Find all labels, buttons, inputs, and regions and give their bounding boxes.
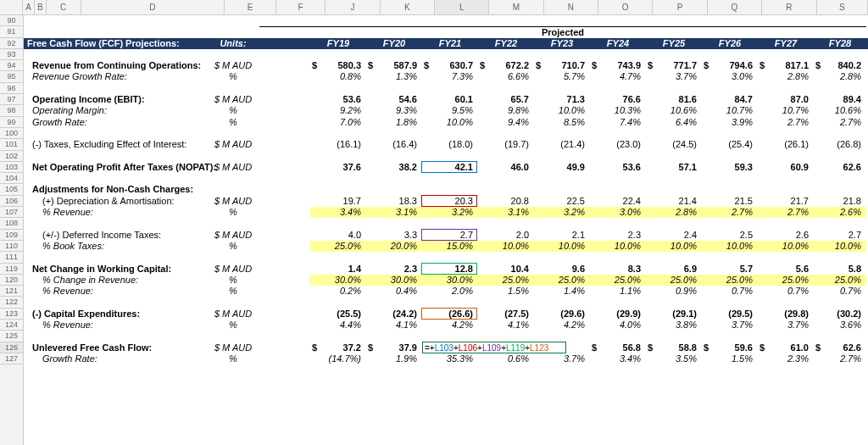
value-cell[interactable] bbox=[478, 184, 534, 195]
cell[interactable] bbox=[814, 151, 866, 162]
value-cell[interactable]: $58.8 bbox=[646, 342, 702, 353]
cell[interactable] bbox=[310, 252, 366, 263]
cell[interactable] bbox=[758, 15, 814, 26]
value-cell[interactable]: 60.1 bbox=[422, 94, 478, 105]
value-cell[interactable]: 2.4 bbox=[646, 230, 702, 241]
cell[interactable] bbox=[259, 207, 310, 218]
cell[interactable] bbox=[702, 49, 758, 60]
value-cell[interactable]: 2.7 bbox=[814, 230, 866, 241]
cell[interactable] bbox=[758, 297, 814, 308]
value-cell[interactable]: $37.9 bbox=[366, 342, 422, 353]
cell[interactable] bbox=[758, 173, 814, 184]
units-cell[interactable]: % bbox=[207, 320, 259, 331]
value-cell[interactable]: 10.0% bbox=[534, 241, 590, 252]
cell[interactable] bbox=[478, 151, 534, 162]
cell[interactable] bbox=[207, 331, 259, 342]
units-cell[interactable]: $ M AUD bbox=[207, 196, 259, 207]
col-header-E[interactable]: E bbox=[225, 0, 275, 14]
row-header-127[interactable]: 127 bbox=[0, 353, 23, 364]
cell[interactable] bbox=[24, 173, 59, 184]
cell[interactable] bbox=[478, 218, 534, 229]
row-header-99[interactable]: 99 bbox=[0, 117, 23, 128]
units-cell[interactable]: $ M AUD bbox=[207, 60, 259, 71]
cell[interactable] bbox=[814, 173, 866, 184]
cell[interactable] bbox=[59, 151, 207, 162]
cell[interactable] bbox=[702, 15, 758, 26]
row-label[interactable]: (+) Depreciation & Amortisation: bbox=[24, 196, 207, 207]
value-cell[interactable]: 10.0% bbox=[534, 105, 590, 116]
cell[interactable] bbox=[59, 252, 207, 263]
units-cell[interactable]: % bbox=[207, 117, 259, 128]
row-header-104[interactable]: 104 bbox=[0, 173, 23, 184]
value-cell[interactable]: 53.6 bbox=[310, 94, 366, 105]
cell[interactable] bbox=[478, 128, 534, 139]
value-cell[interactable]: 4.4% bbox=[310, 320, 366, 331]
value-cell[interactable]: 3.2% bbox=[534, 207, 590, 218]
value-cell[interactable]: 9.4% bbox=[478, 117, 534, 128]
cell[interactable] bbox=[646, 252, 702, 263]
value-cell[interactable]: (21.4) bbox=[534, 139, 590, 150]
cell[interactable] bbox=[259, 264, 310, 275]
cell[interactable] bbox=[59, 331, 207, 342]
cell[interactable] bbox=[366, 173, 422, 184]
cell[interactable] bbox=[702, 151, 758, 162]
cell[interactable] bbox=[534, 173, 590, 184]
value-cell[interactable]: 10.0% bbox=[478, 241, 534, 252]
value-cell[interactable]: 9.6 bbox=[534, 264, 590, 275]
cell[interactable] bbox=[259, 173, 310, 184]
value-cell[interactable]: 0.7% bbox=[702, 286, 758, 297]
row-header-98[interactable]: 98 bbox=[0, 105, 23, 116]
value-cell[interactable]: 9.8% bbox=[478, 105, 534, 116]
row-header-97[interactable]: 97 bbox=[0, 94, 23, 105]
row-label[interactable]: (-) Taxes, Excluding Effect of Interest: bbox=[24, 139, 207, 150]
cell[interactable] bbox=[422, 15, 478, 26]
value-cell[interactable]: 21.7 bbox=[758, 196, 814, 207]
cell[interactable] bbox=[422, 49, 478, 60]
value-cell[interactable]: 10.4 bbox=[478, 264, 534, 275]
row-label[interactable]: % Revenue: bbox=[24, 320, 207, 331]
cell[interactable] bbox=[534, 15, 590, 26]
value-cell[interactable]: 9.3% bbox=[366, 105, 422, 116]
row-header-124[interactable]: 124 bbox=[0, 320, 23, 331]
value-cell[interactable] bbox=[534, 184, 590, 195]
cell[interactable] bbox=[590, 252, 646, 263]
col-header-P[interactable]: P bbox=[653, 0, 707, 14]
value-cell[interactable]: (16.4) bbox=[366, 139, 422, 150]
cell[interactable] bbox=[259, 241, 310, 252]
row-label[interactable]: Revenue from Continuing Operations: bbox=[24, 60, 207, 71]
row-header-101[interactable]: 101 bbox=[0, 139, 23, 150]
value-cell[interactable]: 2.6 bbox=[758, 230, 814, 241]
value-cell[interactable]: 2.5 bbox=[702, 230, 758, 241]
value-cell[interactable]: 60.9 bbox=[758, 162, 814, 173]
cell[interactable] bbox=[702, 128, 758, 139]
cell[interactable] bbox=[24, 15, 59, 26]
value-cell[interactable] bbox=[814, 184, 866, 195]
value-cell[interactable]: $710.7 bbox=[534, 60, 590, 71]
value-cell[interactable]: 8.3 bbox=[590, 264, 646, 275]
row-header-109[interactable]: 109 bbox=[0, 230, 23, 241]
value-cell[interactable] bbox=[646, 184, 702, 195]
cell[interactable] bbox=[534, 83, 590, 94]
cell[interactable] bbox=[366, 128, 422, 139]
value-cell[interactable]: 3.9% bbox=[702, 117, 758, 128]
value-cell[interactable]: 3.1% bbox=[366, 207, 422, 218]
cell[interactable] bbox=[310, 15, 366, 26]
value-cell[interactable]: 59.3 bbox=[702, 162, 758, 173]
cell[interactable] bbox=[207, 49, 259, 60]
cell[interactable] bbox=[207, 173, 259, 184]
value-cell[interactable]: $743.9 bbox=[590, 60, 646, 71]
units-cell[interactable]: $ M AUD bbox=[207, 162, 259, 173]
value-cell[interactable]: 35.3% bbox=[422, 353, 478, 364]
value-cell[interactable]: 89.4 bbox=[814, 94, 866, 105]
cell[interactable] bbox=[814, 49, 866, 60]
value-cell[interactable]: $61.0 bbox=[758, 342, 814, 353]
value-cell[interactable]: $587.9 bbox=[366, 60, 422, 71]
formula-edit-cell[interactable]: =+L103+L106+L109+L119+L123 bbox=[422, 342, 566, 353]
value-cell[interactable]: 7.0% bbox=[310, 117, 366, 128]
cell[interactable] bbox=[590, 331, 646, 342]
value-cell[interactable]: 53.6 bbox=[590, 162, 646, 173]
value-cell[interactable]: 20.8 bbox=[478, 196, 534, 207]
value-cell[interactable]: 0.7% bbox=[814, 286, 866, 297]
col-header-B[interactable]: B bbox=[35, 0, 47, 14]
value-cell[interactable]: (29.5) bbox=[702, 309, 758, 320]
